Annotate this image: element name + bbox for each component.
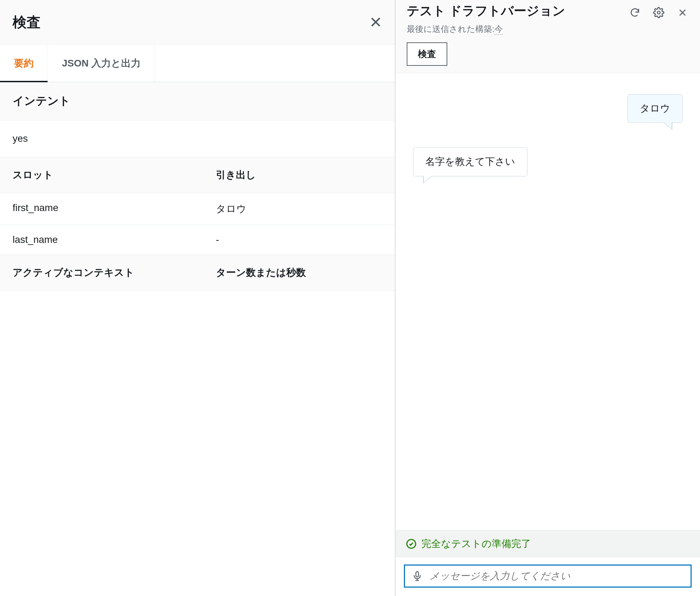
check-circle-icon [406, 539, 416, 549]
inspect-button[interactable]: 検査 [407, 42, 447, 66]
status-bar: 完全なテストの準備完了 [396, 530, 700, 558]
slot-value: - [216, 234, 382, 245]
input-row [396, 558, 700, 596]
intent-value: yes [0, 120, 395, 157]
refresh-button[interactable] [629, 6, 641, 19]
close-icon [677, 7, 688, 18]
inspect-panel: 検査 ✕ 要約 JSON 入力と出力 インテント yes スロット 引き出し f… [0, 0, 396, 596]
settings-button[interactable] [652, 6, 665, 19]
test-title: テスト ドラフトバージョン [407, 3, 565, 19]
context-header: アクティブなコンテキスト ターン数または秒数 [0, 255, 395, 291]
col-turns-header: ターン数または秒数 [216, 266, 382, 279]
inspect-header: 検査 ✕ [0, 0, 395, 45]
user-message[interactable]: タロウ [628, 94, 682, 123]
bot-message[interactable]: 名字を教えて下さい [413, 147, 527, 176]
slots-header: スロット 引き出し [0, 157, 395, 193]
table-row: first_name タロウ [0, 193, 395, 225]
col-context-header: アクティブなコンテキスト [13, 266, 216, 279]
refresh-icon [629, 7, 640, 18]
close-button[interactable]: ✕ [369, 15, 382, 30]
microphone-icon[interactable] [412, 571, 422, 581]
close-icon: ✕ [369, 14, 382, 31]
gear-icon [653, 7, 664, 18]
last-build-value: 今 [495, 24, 503, 35]
slot-name: last_name [13, 234, 216, 245]
col-draw-header: 引き出し [216, 168, 382, 182]
test-header-icons [629, 3, 689, 19]
svg-point-0 [657, 11, 660, 14]
slot-name: first_name [13, 202, 216, 216]
message-input[interactable] [429, 570, 684, 582]
message-input-box[interactable] [404, 565, 692, 588]
inspect-tabs: 要約 JSON 入力と出力 [0, 45, 395, 82]
svg-rect-2 [416, 572, 419, 577]
inspect-title: 検査 [13, 13, 41, 32]
test-header: テスト ドラフトバージョン 最後に送信された構築:今 検査 [396, 0, 700, 73]
test-panel: テスト ドラフトバージョン 最後に送信された構築:今 検査 タロウ 名字を教えて… [396, 0, 700, 596]
tab-json-io[interactable]: JSON 入力と出力 [48, 45, 155, 82]
slot-value: タロウ [216, 202, 382, 216]
table-row: last_name - [0, 225, 395, 255]
close-test-button[interactable] [676, 6, 689, 19]
col-slot-header: スロット [13, 168, 216, 182]
last-build-label: 最後に送信された構築: [407, 24, 495, 34]
last-build-text: 最後に送信された構築:今 [407, 23, 689, 35]
tab-summary[interactable]: 要約 [0, 45, 48, 82]
intent-heading: インテント [0, 82, 395, 120]
status-text: 完全なテストの準備完了 [421, 537, 531, 551]
chat-area: タロウ 名字を教えて下さい [396, 73, 700, 530]
